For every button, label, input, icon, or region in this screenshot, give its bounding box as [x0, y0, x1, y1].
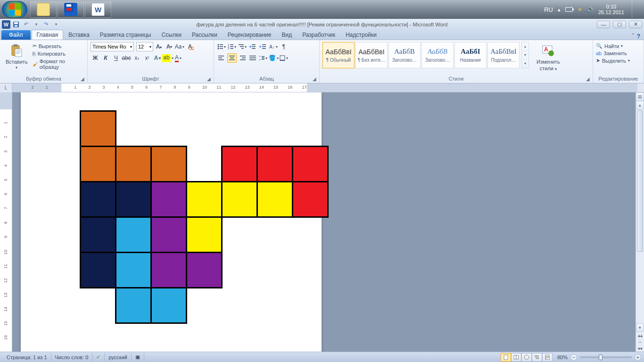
tab-главная[interactable]: Главная	[32, 30, 64, 40]
tab-рецензирование[interactable]: Рецензирование	[223, 30, 277, 40]
sun-icon[interactable]: ☀	[578, 7, 582, 13]
tab-разработчик[interactable]: Разработчик	[297, 30, 340, 40]
status-macro[interactable]: ▣	[132, 353, 144, 362]
shape-cell[interactable]	[115, 146, 152, 182]
scroll-down-button[interactable]: ▾	[636, 323, 644, 332]
tray-chevron-icon[interactable]: ▴	[558, 7, 561, 13]
ribbon-minimize-icon[interactable]: ˆ	[632, 33, 634, 40]
battery-icon[interactable]	[565, 7, 573, 12]
status-language[interactable]: русский	[105, 353, 131, 362]
shape-cell[interactable]	[150, 252, 187, 288]
shrink-font-button[interactable]: A▾	[165, 42, 174, 51]
dialog-launcher-icon[interactable]: ◢	[586, 76, 590, 82]
cut-button[interactable]: ✂Вырезать	[33, 43, 84, 49]
prev-page-button[interactable]: ▴▴	[636, 332, 644, 338]
tab-надстройки[interactable]: Надстройки	[340, 30, 382, 40]
next-page-button[interactable]: ▾▾	[636, 345, 644, 352]
view-print-layout[interactable]	[501, 353, 511, 362]
shape-cell[interactable]	[80, 146, 116, 182]
style-item[interactable]: АаБбIНазвание	[454, 42, 487, 68]
document-canvas[interactable]: ▤ ▴ ▾ ▴▴ ○ ▾▾	[12, 92, 644, 352]
shape-cell[interactable]	[115, 181, 152, 218]
start-button[interactable]	[2, 1, 27, 18]
show-desktop-button[interactable]	[632, 1, 638, 18]
scroll-thumb[interactable]	[637, 110, 643, 252]
dialog-launcher-icon[interactable]: ◢	[313, 76, 316, 82]
align-right-button[interactable]	[238, 53, 247, 63]
clear-format-button[interactable]: A⌫	[185, 42, 195, 51]
style-expand[interactable]: ▾	[522, 59, 528, 68]
style-item[interactable]: АаБбВЗаголово…	[388, 42, 421, 68]
replace-button[interactable]: abЗаменить	[596, 50, 627, 56]
dialog-launcher-icon[interactable]: ◢	[207, 76, 211, 82]
shape-cell[interactable]	[80, 181, 116, 218]
style-item[interactable]: АаБбВЗаголово…	[421, 42, 454, 68]
dialog-launcher-icon[interactable]: ◢	[81, 76, 84, 82]
shape-cell[interactable]	[115, 216, 152, 253]
view-outline[interactable]	[532, 353, 542, 362]
grow-font-button[interactable]: A▴	[154, 42, 164, 51]
style-item[interactable]: АаБбВвI¶ Обычный	[322, 42, 355, 68]
status-page[interactable]: Страница: 1 из 1	[3, 353, 51, 362]
multilevel-button[interactable]	[238, 42, 247, 51]
file-tab[interactable]: Файл	[1, 30, 31, 40]
font-size-combo[interactable]: 12▾	[136, 42, 153, 51]
status-words[interactable]: Число слов: 0	[51, 353, 93, 362]
language-indicator[interactable]: RU	[544, 6, 553, 13]
shape-cell[interactable]	[186, 181, 223, 218]
shape-cell[interactable]	[150, 146, 187, 182]
vertical-ruler[interactable]: 12345678910111213141516	[0, 92, 12, 352]
style-item[interactable]: АаБбВвIПодзагол…	[487, 42, 520, 68]
scroll-track[interactable]	[636, 109, 644, 323]
tab-selector[interactable]: L	[0, 83, 12, 92]
tab-вид[interactable]: Вид	[276, 30, 297, 40]
shape-cell[interactable]	[186, 216, 223, 253]
shape-cell[interactable]	[186, 252, 223, 288]
paste-button[interactable]: Вставить ▾	[3, 42, 31, 71]
view-full-screen[interactable]	[511, 353, 521, 362]
tab-ссылки[interactable]: Ссылки	[157, 30, 187, 40]
format-painter-button[interactable]: 🖌Формат по образцу	[33, 58, 84, 70]
close-button[interactable]: ✕	[629, 21, 642, 28]
word-app-icon[interactable]: W	[2, 20, 10, 29]
save-icon[interactable]	[12, 20, 20, 29]
zoom-thumb[interactable]	[599, 354, 603, 360]
change-styles-button[interactable]: A Изменить стили ▾	[534, 42, 563, 72]
find-button[interactable]: 🔍Найти ▾	[596, 43, 623, 49]
align-left-button[interactable]	[217, 53, 226, 63]
style-scroll-down[interactable]: ▾	[522, 51, 528, 59]
taskbar-item-save[interactable]	[58, 1, 84, 18]
browse-object-button[interactable]: ○	[636, 338, 644, 345]
volume-icon[interactable]: 🔊	[587, 7, 594, 13]
bullets-button[interactable]	[217, 42, 226, 51]
taskbar-item-word[interactable]: W	[85, 1, 111, 18]
qat-customize-icon[interactable]	[51, 20, 60, 29]
justify-button[interactable]	[248, 53, 257, 63]
align-center-button[interactable]	[227, 53, 237, 63]
shape-cell[interactable]	[292, 146, 329, 182]
status-spellcheck[interactable]: ✓	[92, 353, 105, 362]
underline-button[interactable]: Ч	[111, 53, 121, 63]
italic-button[interactable]: К	[101, 53, 110, 63]
shape-cell[interactable]	[150, 287, 187, 324]
taskbar-item-notes[interactable]	[30, 1, 57, 18]
line-spacing-button[interactable]	[258, 53, 268, 63]
font-name-combo[interactable]: Times New Ro▾	[91, 42, 134, 51]
superscript-button[interactable]: x²	[142, 53, 152, 63]
change-case-button[interactable]: Aa	[175, 42, 184, 51]
scroll-up-button[interactable]: ▴	[636, 101, 644, 109]
sort-button[interactable]: A↓	[269, 42, 278, 51]
shape-cell[interactable]	[80, 216, 116, 253]
view-draft[interactable]	[542, 353, 553, 362]
maximize-button[interactable]: ▢	[613, 21, 626, 28]
tab-разметка-страницы[interactable]: Разметка страницы	[95, 30, 157, 40]
shape-cell[interactable]	[256, 181, 293, 218]
zoom-out-button[interactable]: −	[570, 354, 577, 361]
borders-button[interactable]	[279, 53, 289, 63]
minimize-button[interactable]: —	[597, 21, 610, 28]
highlight-button[interactable]: ab	[163, 53, 173, 63]
shading-button[interactable]: 🪣	[269, 53, 278, 63]
shape-cell[interactable]	[115, 287, 152, 324]
select-button[interactable]: ➤Выделить ▾	[596, 58, 630, 64]
strike-button[interactable]: abc	[122, 53, 131, 63]
